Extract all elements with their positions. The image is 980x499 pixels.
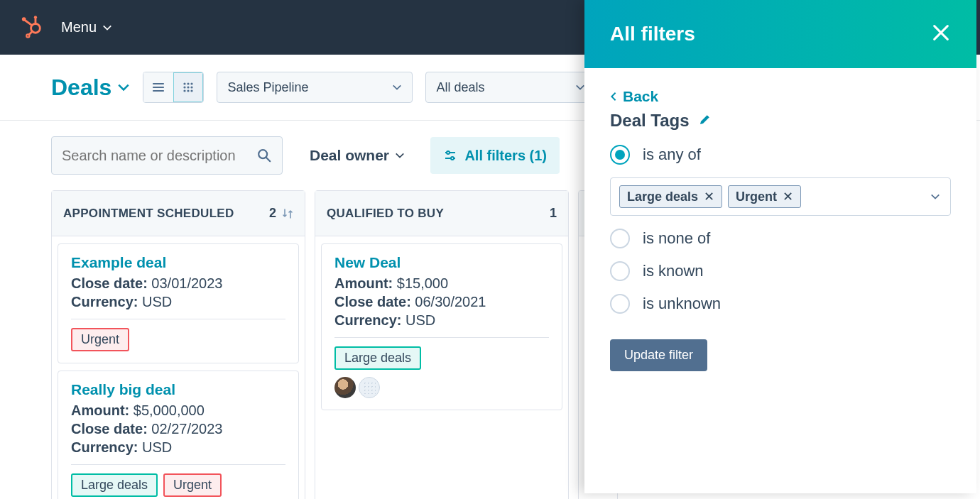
svg-point-11 [187, 86, 190, 88]
page-title-dropdown[interactable]: Deals [51, 75, 130, 101]
section-title-text: Deal Tags [610, 111, 690, 131]
card-field: Amount: $5,000,000 [71, 402, 285, 419]
list-icon [151, 80, 165, 94]
panel-header: All filters [584, 0, 976, 68]
column-header: APPOINTMENT SCHEDULED2 [52, 191, 305, 236]
radio-label: is any of [643, 146, 701, 164]
column-name: APPOINTMENT SCHEDULED [63, 207, 234, 221]
chevron-down-icon [117, 81, 130, 94]
svg-point-8 [187, 82, 190, 84]
board-view-button[interactable] [173, 72, 203, 102]
grid-icon [181, 80, 195, 94]
deal-tag-large: Large deals [71, 473, 158, 497]
svg-point-10 [184, 86, 186, 88]
deal-tag-large: Large deals [334, 346, 421, 370]
sliders-icon [443, 148, 457, 163]
chevron-down-icon [395, 150, 405, 160]
svg-line-17 [266, 158, 271, 162]
selected-tag-chip: Urgent ✕ [728, 185, 801, 208]
pencil-icon [698, 112, 712, 126]
chevron-left-icon [610, 92, 617, 102]
svg-point-21 [451, 157, 454, 160]
deal-owner-filter[interactable]: Deal owner [310, 147, 405, 164]
avatar-placeholder[interactable] [359, 377, 380, 398]
svg-point-6 [26, 34, 29, 37]
menu-button[interactable]: Menu [61, 19, 112, 35]
svg-point-12 [191, 86, 193, 88]
filter-section-title: Deal Tags [610, 111, 951, 131]
chevron-down-icon [392, 82, 402, 92]
column-count: 2 [269, 206, 293, 221]
deal-avatars [334, 377, 549, 398]
radio-button[interactable] [610, 229, 630, 248]
panel-title: All filters [610, 23, 695, 45]
deal-tag-urgent: Urgent [163, 473, 222, 497]
filter-operator-option[interactable]: is known [610, 261, 951, 281]
back-link[interactable]: Back [610, 88, 951, 105]
deal-card[interactable]: Really big dealAmount: $5,000,000Close d… [58, 371, 299, 499]
search-input[interactable] [62, 148, 256, 164]
search-icon [256, 148, 272, 163]
selected-tag-chip: Large deals ✕ [619, 185, 722, 208]
back-label: Back [623, 88, 658, 105]
column-count: 1 [550, 206, 557, 221]
card-field: Currency: USD [71, 294, 285, 310]
chevron-down-icon [102, 23, 112, 33]
view-toggle [143, 72, 204, 103]
pipeline-select-value: Sales Pipeline [227, 80, 308, 95]
all-filters-label: All filters (1) [464, 148, 547, 164]
radio-label: is unknown [643, 295, 721, 313]
search-box[interactable] [51, 136, 283, 175]
filter-operator-option[interactable]: is none of [610, 229, 951, 248]
page-title: Deals [51, 75, 111, 101]
update-filter-label: Update filter [624, 348, 693, 362]
svg-point-9 [191, 82, 193, 84]
svg-point-2 [34, 16, 37, 18]
deal-title[interactable]: Example deal [71, 254, 285, 271]
radio-button[interactable] [610, 145, 630, 165]
radio-button[interactable] [610, 294, 630, 314]
update-filter-button[interactable]: Update filter [610, 339, 707, 371]
avatar[interactable] [334, 377, 356, 398]
deal-title[interactable]: Really big deal [71, 381, 285, 398]
tag-multiselect[interactable]: Large deals ✕Urgent ✕ [610, 177, 951, 216]
close-panel-button[interactable] [931, 23, 951, 45]
view-select-value: All deals [436, 80, 484, 95]
svg-point-15 [191, 89, 193, 92]
radio-label: is none of [643, 229, 710, 248]
chevron-down-icon[interactable] [930, 192, 940, 202]
radio-label: is known [643, 262, 704, 280]
card-field: Close date: 02/27/2023 [71, 421, 285, 437]
card-field: Currency: USD [71, 439, 285, 456]
all-filters-button[interactable]: All filters (1) [430, 137, 560, 174]
radio-button[interactable] [610, 261, 630, 281]
column-name: QUALIFIED TO BUY [327, 207, 444, 221]
remove-tag-button[interactable]: ✕ [704, 189, 714, 204]
deal-tag-urgent: Urgent [71, 328, 129, 351]
close-icon [931, 23, 951, 43]
svg-point-13 [184, 89, 186, 92]
deal-title[interactable]: New Deal [334, 254, 549, 271]
svg-line-3 [25, 20, 32, 25]
sort-icon[interactable] [282, 208, 293, 219]
pipeline-column: APPOINTMENT SCHEDULED2 Example dealClose… [51, 190, 305, 499]
pipeline-select[interactable]: Sales Pipeline [217, 72, 413, 103]
column-header: QUALIFIED TO BUY1 [315, 191, 568, 236]
filters-side-panel: All filters Back Deal Tags is any ofLarg… [584, 0, 976, 493]
deal-card[interactable]: New DealAmount: $15,000Close date: 06/30… [321, 243, 562, 410]
deal-card[interactable]: Example dealClose date: 03/01/2023Curren… [58, 243, 299, 363]
pipeline-column: QUALIFIED TO BUY1 New DealAmount: $15,00… [315, 190, 569, 499]
list-view-button[interactable] [143, 72, 173, 102]
filter-operator-option[interactable]: is unknown [610, 294, 951, 314]
remove-tag-button[interactable]: ✕ [783, 189, 793, 204]
filter-operator-option[interactable]: is any of [610, 145, 951, 165]
svg-point-14 [187, 89, 190, 92]
view-select[interactable]: All deals [425, 72, 596, 103]
menu-label: Menu [61, 19, 97, 35]
card-field: Close date: 03/01/2023 [71, 275, 285, 292]
card-field: Amount: $15,000 [334, 275, 549, 292]
edit-filter-button[interactable] [698, 111, 712, 131]
hubspot-logo-icon [20, 14, 44, 41]
card-field: Close date: 06/30/2021 [334, 294, 549, 310]
card-field: Currency: USD [334, 312, 549, 329]
